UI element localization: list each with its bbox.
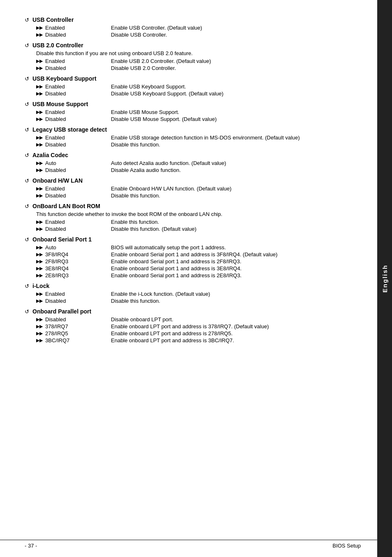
section-title-row-azalia-codec: ↺Azalia Codec — [25, 152, 361, 158]
option-row: ▶▶278/IRQ5Enable onboard LPT port and ad… — [36, 330, 361, 337]
option-key: Disabled — [45, 316, 111, 323]
option-row: ▶▶3F8/IRQ4Enable onboard Serial port 1 a… — [36, 251, 361, 258]
option-bullet-icon: ▶▶ — [36, 226, 43, 232]
option-value: Enable onboard Serial port 1 and address… — [111, 272, 361, 278]
arrow-icon-usb-keyboard-support: ↺ — [25, 76, 29, 82]
arrow-icon-i-lock: ↺ — [25, 283, 29, 289]
option-key: Enabled — [45, 291, 111, 297]
footer-bios-label: BIOS Setup — [332, 543, 361, 549]
option-value: Enable onboard LPT port and address is 3… — [111, 323, 361, 330]
sections-container: ↺USB Controller▶▶EnabledEnable USB Contr… — [25, 16, 361, 343]
option-bullet-icon: ▶▶ — [36, 316, 43, 323]
option-value: Disable Azalia audio function. — [111, 167, 361, 173]
option-value: Enable USB storage detection function in… — [111, 135, 361, 141]
option-row: ▶▶DisabledDisable onboard LPT port. — [36, 316, 361, 323]
section-title-text-usb-controller: USB Controller — [32, 16, 74, 23]
section-title-row-legacy-usb-storage-detect: ↺Legacy USB storage detect — [25, 126, 361, 133]
option-bullet-icon: ▶▶ — [36, 244, 43, 251]
option-row: ▶▶DisabledDisable this function. — [36, 193, 361, 199]
option-key: 278/IRQ5 — [45, 330, 111, 337]
option-bullet-icon: ▶▶ — [36, 193, 43, 199]
option-key: Auto — [45, 160, 111, 166]
option-value: Enable onboard Serial port 1 and address… — [111, 251, 361, 258]
section-title-row-usb-controller: ↺USB Controller — [25, 16, 361, 23]
option-value: Disable USB Controller. — [111, 32, 361, 38]
option-row: ▶▶AutoBIOS will automatically setup the … — [36, 244, 361, 251]
option-value: Disable this function. — [111, 142, 361, 148]
section-i-lock: ↺i-Lock▶▶EnabledEnable the i-Lock functi… — [25, 283, 361, 304]
arrow-icon-onboard-hw-lan: ↺ — [25, 178, 29, 184]
option-bullet-icon: ▶▶ — [36, 167, 43, 173]
option-bullet-icon: ▶▶ — [36, 258, 43, 265]
option-row: ▶▶DisabledDisable this function. — [36, 298, 361, 304]
option-value: Disable this function. (Default value) — [111, 226, 361, 232]
option-row: ▶▶EnabledEnable USB Controller. (Default… — [36, 25, 361, 31]
option-key: Enabled — [45, 109, 111, 115]
option-row: ▶▶EnabledEnable USB 2.0 Controller. (Def… — [36, 58, 361, 64]
option-row: ▶▶EnabledEnable USB Mouse Support. — [36, 109, 361, 115]
option-value: Auto detect Azalia audio function. (Defa… — [111, 160, 361, 166]
option-bullet-icon: ▶▶ — [36, 109, 43, 115]
option-bullet-icon: ▶▶ — [36, 219, 43, 225]
option-key: Enabled — [45, 25, 111, 31]
option-key: 2E8/IRQ3 — [45, 272, 111, 278]
section-usb-mouse-support: ↺USB Mouse Support▶▶EnabledEnable USB Mo… — [25, 101, 361, 122]
option-value: Disable this function. — [111, 193, 361, 199]
option-value: Enable the i-Lock function. (Default val… — [111, 291, 361, 297]
option-bullet-icon: ▶▶ — [36, 251, 43, 258]
option-key: Disabled — [45, 142, 111, 148]
section-title-text-legacy-usb-storage-detect: Legacy USB storage detect — [32, 126, 107, 133]
option-value: Enable onboard Serial port 1 and address… — [111, 258, 361, 265]
arrow-icon-onboard-serial-port-1: ↺ — [25, 237, 29, 243]
option-value: Enable USB Mouse Support. — [111, 109, 361, 115]
option-value: Enable onboard Serial port 1 and address… — [111, 265, 361, 272]
option-bullet-icon: ▶▶ — [36, 298, 43, 304]
section-title-row-onboard-serial-port-1: ↺Onboard Serial Port 1 — [25, 236, 361, 243]
option-row: ▶▶AutoAuto detect Azalia audio function.… — [36, 160, 361, 166]
option-bullet-icon: ▶▶ — [36, 272, 43, 278]
option-key: Enabled — [45, 84, 111, 90]
section-title-text-azalia-codec: Azalia Codec — [32, 152, 68, 158]
section-title-text-usb-mouse-support: USB Mouse Support — [32, 101, 88, 107]
option-bullet-icon: ▶▶ — [36, 65, 43, 71]
option-value: Enable onboard LPT port and address is 3… — [111, 337, 361, 343]
option-row: ▶▶EnabledEnable USB storage detection fu… — [36, 135, 361, 141]
option-value: BIOS will automatically setup the port 1… — [111, 244, 361, 251]
arrow-icon-azalia-codec: ↺ — [25, 152, 29, 158]
option-row: ▶▶EnabledEnable the i-Lock function. (De… — [36, 291, 361, 297]
option-value: Disable onboard LPT port. — [111, 316, 361, 323]
option-key: 378/IRQ7 — [45, 323, 111, 330]
footer-page-number: - 37 - — [25, 543, 37, 549]
section-title-text-onboard-hw-lan: Onboard H/W LAN — [32, 177, 83, 184]
arrow-icon-legacy-usb-storage-detect: ↺ — [25, 127, 29, 133]
arrow-icon-usb-controller: ↺ — [25, 17, 29, 23]
option-key: 3E8/IRQ4 — [45, 265, 111, 272]
section-onboard-lan-boot-rom: ↺OnBoard LAN Boot ROMThis function decid… — [25, 203, 361, 232]
section-title-text-usb-keyboard-support: USB Keyboard Support — [32, 75, 97, 82]
side-tab-text: English — [381, 265, 388, 292]
option-value: Disable USB Mouse Support. (Default valu… — [111, 116, 361, 122]
option-row: ▶▶2E8/IRQ3Enable onboard Serial port 1 a… — [36, 272, 361, 278]
option-key: Disabled — [45, 226, 111, 232]
option-key: Disabled — [45, 65, 111, 71]
section-title-text-onboard-serial-port-1: Onboard Serial Port 1 — [32, 236, 92, 243]
option-bullet-icon: ▶▶ — [36, 330, 43, 337]
option-key: 3F8/IRQ4 — [45, 251, 111, 258]
option-row: ▶▶DisabledDisable USB Keyboard Support. … — [36, 91, 361, 97]
option-key: Enabled — [45, 186, 111, 192]
option-value: Enable onboard LPT port and address is 2… — [111, 330, 361, 337]
option-row: ▶▶DisabledDisable this function. (Defaul… — [36, 226, 361, 232]
option-bullet-icon: ▶▶ — [36, 160, 43, 166]
option-bullet-icon: ▶▶ — [36, 265, 43, 272]
section-title-row-onboard-parallel-port: ↺Onboard Parallel port — [25, 308, 361, 315]
section-title-text-usb-20-controller: USB 2.0 Controller — [32, 42, 83, 49]
option-key: 2F8/IRQ3 — [45, 258, 111, 265]
section-title-row-usb-20-controller: ↺USB 2.0 Controller — [25, 42, 361, 49]
option-row: ▶▶378/IRQ7Enable onboard LPT port and ad… — [36, 323, 361, 330]
section-desc-usb-20-controller: Disable this function if you are not usi… — [36, 50, 361, 56]
section-title-text-onboard-parallel-port: Onboard Parallel port — [32, 308, 91, 315]
section-title-row-usb-mouse-support: ↺USB Mouse Support — [25, 101, 361, 107]
option-bullet-icon: ▶▶ — [36, 91, 43, 97]
option-row: ▶▶2F8/IRQ3Enable onboard Serial port 1 a… — [36, 258, 361, 265]
option-key: Disabled — [45, 193, 111, 199]
